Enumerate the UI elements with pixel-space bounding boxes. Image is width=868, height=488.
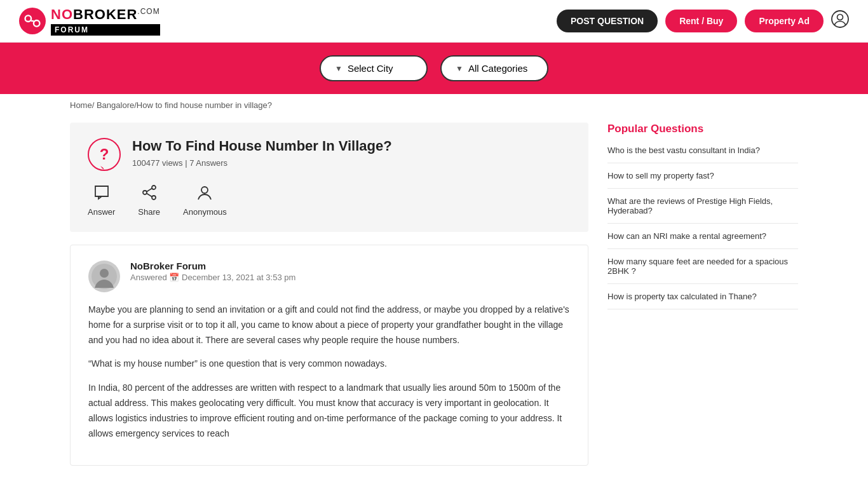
question-actions: Answer Share xyxy=(88,184,571,217)
question-header: ? How To Find House Number In Village? 1… xyxy=(88,138,571,178)
answer-action-button[interactable]: Answer xyxy=(88,184,115,217)
answered-label: Answered xyxy=(130,273,167,282)
svg-text:?: ? xyxy=(100,146,109,163)
nobroker-logo-icon xyxy=(19,8,46,34)
author-name: NoBroker Forum xyxy=(130,261,295,271)
chevron-down-icon-2: ▼ xyxy=(456,64,463,73)
logo-forum: FORUM xyxy=(51,24,160,36)
breadcrumb-page: How to find house number in village? xyxy=(137,100,272,110)
select-city-label: Select City xyxy=(348,63,393,74)
author-info: NoBroker Forum Answered 📅 December 13, 2… xyxy=(130,261,295,282)
breadcrumb-home[interactable]: Home xyxy=(70,100,92,110)
list-item[interactable]: How many square feet are needed for a sp… xyxy=(607,249,798,284)
content-area: ? How To Find House Number In Village? 1… xyxy=(70,123,588,466)
logo-com: .COM xyxy=(137,7,159,16)
all-categories-dropdown[interactable]: ▼ All Categories xyxy=(440,55,548,81)
share-action-button[interactable]: Share xyxy=(138,184,160,217)
popular-questions-title: Popular Questions xyxy=(607,123,798,135)
logo-name: NOBROKER.COM xyxy=(51,6,160,23)
answer-paragraph-2: “What is my house number” is one questio… xyxy=(88,356,570,372)
all-categories-label: All Categories xyxy=(468,63,527,74)
svg-point-13 xyxy=(201,187,208,193)
user-icon xyxy=(831,10,849,28)
answer-action-label: Answer xyxy=(88,207,115,217)
share-action-label: Share xyxy=(138,207,160,217)
property-ad-button[interactable]: Property Ad xyxy=(745,10,824,32)
list-item[interactable]: How can an NRI make a rental agreement? xyxy=(607,224,798,249)
list-item[interactable]: How to sell my property fast? xyxy=(607,163,798,189)
answer-date-text: December 13, 2021 at 3:53 pm xyxy=(182,273,295,282)
filter-banner: ▼ Select City ▼ All Categories xyxy=(0,43,868,94)
svg-point-5 xyxy=(837,15,843,20)
calendar-icon: 📅 xyxy=(169,273,182,282)
share-icon xyxy=(141,184,158,205)
svg-line-12 xyxy=(147,194,152,197)
svg-point-9 xyxy=(152,196,156,200)
post-question-button[interactable]: POST QUESTION xyxy=(557,10,658,32)
rent-buy-button[interactable]: Rent / Buy xyxy=(665,10,737,32)
list-item[interactable]: Who is the best vastu consultant in Indi… xyxy=(607,146,798,163)
list-item[interactable]: How is property tax calculated in Thane? xyxy=(607,284,798,309)
question-views: 100477 views xyxy=(132,158,183,168)
logo-broker: BROKER xyxy=(73,6,137,22)
select-city-dropdown[interactable]: ▼ Select City xyxy=(320,55,428,81)
header: NOBROKER.COM FORUM POST QUESTION Rent / … xyxy=(0,0,868,43)
answer-body: Maybe you are planning to send an invita… xyxy=(88,302,570,441)
svg-line-11 xyxy=(147,189,152,192)
breadcrumb-sep1: / xyxy=(92,100,97,110)
popular-questions-list: Who is the best vastu consultant in Indi… xyxy=(607,146,798,309)
anonymous-action-label: Anonymous xyxy=(183,207,227,217)
question-meta: 100477 views | 7 Answers xyxy=(132,158,392,168)
sidebar: Popular Questions Who is the best vastu … xyxy=(607,123,798,466)
answer-paragraph-3: In India, 80 percent of the addresses ar… xyxy=(88,381,570,441)
answer-icon xyxy=(93,184,110,205)
question-content: How To Find House Number In Village? 100… xyxy=(132,138,392,178)
answer-card: NoBroker Forum Answered 📅 December 13, 2… xyxy=(70,245,588,466)
question-title: How To Find House Number In Village? xyxy=(132,138,392,154)
user-account-button[interactable] xyxy=(831,10,849,32)
list-item[interactable]: What are the reviews of Prestige High Fi… xyxy=(607,189,798,224)
svg-point-8 xyxy=(152,186,156,189)
breadcrumb-city[interactable]: Bangalore xyxy=(97,100,134,110)
anonymous-action-button[interactable]: Anonymous xyxy=(183,184,227,217)
question-icon-wrap: ? xyxy=(88,138,121,173)
svg-point-15 xyxy=(100,269,109,278)
breadcrumb: Home/ Bangalore/How to find house number… xyxy=(0,94,868,116)
answered-date: Answered 📅 December 13, 2021 at 3:53 pm xyxy=(130,273,295,282)
question-answers: 7 Answers xyxy=(189,158,227,168)
answer-author-row: NoBroker Forum Answered 📅 December 13, 2… xyxy=(88,261,570,292)
svg-point-10 xyxy=(143,191,147,194)
question-bubble-icon: ? xyxy=(88,138,121,171)
question-card: ? How To Find House Number In Village? 1… xyxy=(70,123,588,232)
anonymous-icon xyxy=(196,184,213,205)
header-nav: POST QUESTION Rent / Buy Property Ad xyxy=(557,10,849,32)
avatar xyxy=(88,261,120,292)
answer-paragraph-1: Maybe you are planning to send an invita… xyxy=(88,302,570,348)
logo-no: NO xyxy=(51,6,73,22)
main-layout: ? How To Find House Number In Village? 1… xyxy=(0,116,868,472)
logo-text: NOBROKER.COM FORUM xyxy=(51,6,160,36)
chevron-down-icon: ▼ xyxy=(335,64,342,73)
logo-area: NOBROKER.COM FORUM xyxy=(19,6,160,36)
avatar-icon xyxy=(92,264,117,289)
